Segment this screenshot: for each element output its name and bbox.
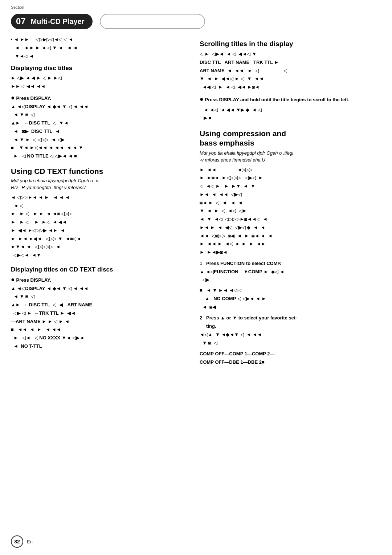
sc-4: ▼ ◄ ► ◀◄◁ ► ◁ ▼ ◄◄ bbox=[200, 75, 381, 83]
two-col-layout: • ◄ ►► ◁▷▶▷◁◄◁ ◁ ◄ ◄ ►► ► ◄ ◁ ▼ ◄ ◄ ◄ ▼◄… bbox=[11, 36, 381, 373]
compression-lines: ► ◄◄ ◄▷▷▷ ► ►◙◄ ►◁▷▷▷ ◁▶◁ ► ◁ ◄◁ ► ► ►▼ … bbox=[200, 166, 381, 257]
scrolling-titles-section: Scrolling titles in the display ◁ ► ◁▶◄ … bbox=[200, 40, 381, 122]
cp-2: ► ►◙◄ ►◁▷▷▷ ◁▶◁ ► bbox=[200, 174, 381, 182]
scrolling-after-bullet: ◄ ◄◁ ◄ ◀◄ ▼▶ ◆ ◄ ◁ ▶ ■ bbox=[200, 106, 381, 123]
cp-3: ◁ ◄◁ ► ► ►▼ ◄ ▼ bbox=[200, 182, 381, 191]
s1-e1: ■ ◄ ▼ ►◄ ◄◁ ◁ bbox=[200, 286, 381, 295]
titles-cd-lines: ● Press DISPLAY. ▲ ◄◁DISPLAY ◄ ◆◄ ▼ ◁ ◄ … bbox=[11, 276, 189, 351]
page: Section 07 Multi-CD Player • ◄ ►► ◁▷▶▷◁◄… bbox=[0, 0, 392, 555]
step1-extra: ■ ◄ ▼ ►◄ ◄◁ ◁ ▲ NO COMP ◁ ◁▶◄ ◄ ► ◄ ◙◀ bbox=[200, 286, 381, 311]
ct-8: ◁▶◁◄ ◄▼ bbox=[11, 251, 189, 260]
comp-labels: COMP OFF—COMP 1—COMP 2— COMP OFF—DBE 1—D… bbox=[200, 350, 381, 367]
section-label: Section bbox=[11, 5, 24, 9]
step1-sub: ▲ ◄◁FUNCTION ▼COMP ► ◆◁ ◄ ◁▶ bbox=[200, 268, 381, 285]
cp-9: ◄◄ ◁◙▷▷ ◙◀ ◄ ► ◙◄ ◄ ◄ bbox=[200, 232, 381, 240]
disc-line-10: ► ◁ NO TITLE ◁ ◁▶◄ ◄ ■ bbox=[11, 152, 189, 160]
s1-e3: ◄ ◙◀ bbox=[200, 303, 381, 311]
s2-2: ▼ ◙ ◁ bbox=[200, 339, 381, 347]
disc-line-9: ■ ▼◄ ►◁◄◄ ◄ ◄◄ ◄ ◄ ▼ bbox=[11, 144, 189, 152]
displaying-titles-cd-text-section: Displaying titles on CD TEXT discs ● Pre… bbox=[11, 266, 189, 351]
step2-sub: ◄◁▲ ▼ ◄◆◄▼ ◁ ◄ ◄◄ ▼ ◙ ◁ bbox=[200, 331, 381, 347]
cd-text-italic: Mdt yop tia ehaia ltpyegdpi dpfr Cgeh o … bbox=[11, 177, 189, 191]
ct-2: ◄ ◁ bbox=[11, 202, 189, 210]
tct-9: ◄ NO T-TTL bbox=[11, 342, 189, 351]
cp-5: ◙◄ ► ◁ ◄ ◄ ◄ bbox=[200, 199, 381, 207]
step1-line: 1 Press FUNCTION to select COMP. bbox=[200, 260, 381, 268]
language-label: En bbox=[27, 539, 33, 544]
sc-after-2: ▶ ■ bbox=[200, 114, 381, 122]
page-number-badge: 32 bbox=[11, 535, 23, 548]
comp-1: COMP OFF—COMP 1—COMP 2— bbox=[200, 350, 381, 358]
disc-line-4: ▲ ◄◁DISPLAY ◄ ◆◄ ▼ ◁ ◄ ◄◄ bbox=[11, 103, 189, 111]
using-cd-text-section: Using CD TEXT functions Mdt yop tia ehai… bbox=[11, 167, 189, 260]
sc-after-1: ◄ ◄◁ ◄ ◀◄ ▼▶ ◆ ◄ ◁ bbox=[200, 106, 381, 114]
intro-line-1: • ◄ ►► ◁▷▶▷◁◄◁ ◁ ◄ bbox=[11, 36, 189, 44]
left-column: • ◄ ►► ◁▷▶▷◁◄◁ ◁ ◄ ◄ ►► ► ◄ ◁ ▼ ◄ ◄ ◄ ▼◄… bbox=[11, 36, 189, 373]
using-cd-text-heading: Using CD TEXT functions bbox=[11, 167, 189, 176]
section-badge: 07 Multi-CD Player bbox=[11, 14, 93, 29]
step2-line: 2 Press ▲ or ▼ to select your favorite s… bbox=[200, 314, 381, 331]
disc-line-2: ►► ◁ ◀◄ ◄◄ bbox=[11, 82, 189, 91]
tct-7: ■ ◄◄ ◄ ► ◄ ◄◄ bbox=[11, 326, 189, 334]
s1-e2: ▲ NO COMP ◁ ◁▶◄ ◄ ► bbox=[200, 295, 381, 303]
cp-4: ►◄ ◄ ◄◄ ◁▶◁ bbox=[200, 191, 381, 199]
footer: 32 En bbox=[11, 535, 33, 548]
cp-1: ► ◄◄ ◄▷▷▷ bbox=[200, 166, 381, 174]
sc-2: DISC TTL ART NAME TRK TTL ► bbox=[200, 58, 381, 67]
cd-text-lines: ◄ ◁▷▷►◄ ◄ ► ◄ ◄ ◄ ◄ ◁ ► ► ◁ ► ► ◄ ◄◙ ◁▷▷… bbox=[11, 193, 189, 260]
disc-line-8: ◄ ▼ ► ◁ ◁▷▷ ◄ ◁▶ bbox=[11, 136, 189, 144]
intro-line-3: ▼◄◁ ◄ bbox=[11, 52, 189, 61]
compression-heading: Using compression andbass emphasis bbox=[200, 129, 381, 148]
tct-6: —ART NAME ► ► ◁ ► ◄ bbox=[11, 318, 189, 326]
cp-11: ► ►◄▶◙◄ bbox=[200, 248, 381, 257]
scrolling-titles-heading: Scrolling titles in the display bbox=[200, 40, 381, 48]
disc-press-display: ● Press DISPLAY. bbox=[11, 94, 189, 103]
disc-titles-lines: ► ◁▶ ◄ ◀ ► ◁ ► ►◁ ►► ◁ ◀◄ ◄◄ ● Press DIS… bbox=[11, 74, 189, 160]
ct-4: ► ► ◁ ► ►◁ ◄ ◀◄ bbox=[11, 218, 189, 227]
tct-4: ▲► ←DISC TTL ◁ ◀—ART NAME bbox=[11, 301, 189, 309]
cp-7: ◄ ▼ ◄◁ ◁▷▷▷►◙◄◄◁ ◄ bbox=[200, 215, 381, 224]
scrolling-bullet-block: ● Press DISPLAY and hold until the title… bbox=[200, 95, 381, 104]
sc-5: ◄◀ ◁ ► ◄ ◁ ◀◄ ►◙◄ bbox=[200, 83, 381, 91]
s1-2: ◁▶ bbox=[200, 276, 381, 284]
compression-italic: Mdt yop tia ehaia ltpyegdpi dpfr Cgeh o … bbox=[200, 150, 381, 164]
tct-3: ◄ ▼ ◙ ◁ bbox=[11, 293, 189, 301]
ct-3: ► ► ◁ ► ► ◄ ◄◙ ◁▷▷ bbox=[11, 210, 189, 218]
disc-line-1: ► ◁▶ ◄ ◀ ► ◁ ► ►◁ bbox=[11, 74, 189, 82]
header-box bbox=[100, 14, 205, 29]
ct-5: ► ◀◄ ►◁▷▷▶ ◄► ◄ bbox=[11, 227, 189, 235]
tct-1: ● Press DISPLAY. bbox=[11, 276, 189, 285]
intro-line-2: ◄ ►► ► ◄ ◁ ▼ ◄ ◄ ◄ bbox=[11, 44, 189, 52]
sc-1: ◁ ► ◁▶◄ ◄ ◁ ◀◄◁ ▼ bbox=[200, 50, 381, 58]
tct-2: ▲ ◄◁DISPLAY ◄ ◆◄ ▼ ◁ ◄ ◄◄ bbox=[11, 285, 189, 293]
cp-8: ►◄ ► ◄ ◀◁ ◁▶◁ ◆ ◄ ◄ bbox=[200, 224, 381, 232]
scrolling-lines: ◁ ► ◁▶◄ ◄ ◁ ◀◄◁ ▼ DISC TTL ART NAME TRK … bbox=[200, 50, 381, 91]
tct-8: ► ◁◄ ◁ NO XXXX ▼◄ ◁▶◄ bbox=[11, 334, 189, 342]
using-compression-section: Using compression andbass emphasis Mdt y… bbox=[200, 129, 381, 367]
s2-1: ◄◁▲ ▼ ◄◆◄▼ ◁ ◄ ◄◄ bbox=[200, 331, 381, 339]
cp-10: ► ◄◄ ► ◄◁ ◄ ► ► ◄► bbox=[200, 240, 381, 248]
ct-6: ► ►◄ ►◀◄ ◁▷▷ ▼ ◄◙◁◄ bbox=[11, 235, 189, 243]
ct-1: ◄ ◁▷▷►◄ ◄ ► ◄ ◄ ◄ bbox=[11, 193, 189, 202]
disc-line-5: ◄ ▼ ◙ ◁ bbox=[11, 111, 189, 119]
disc-line-7: ◄ ◙▶ DISC TTL ◄ bbox=[11, 127, 189, 136]
displaying-disc-titles-heading: Displaying disc titles bbox=[11, 65, 189, 72]
cp-6: ▼ ◄ ► ◁ ◄◁ ◁► bbox=[200, 207, 381, 215]
section-title: Multi-CD Player bbox=[31, 17, 85, 26]
right-column: Scrolling titles in the display ◁ ► ◁▶◄ … bbox=[200, 36, 381, 373]
displaying-disc-titles-section: Displaying disc titles ► ◁▶ ◄ ◀ ► ◁ ► ►◁… bbox=[11, 65, 189, 160]
sc-3: ART NAME ◄ ◄◄ ► ◁ ◁ bbox=[200, 67, 381, 75]
header-row: Section 07 Multi-CD Player bbox=[11, 7, 381, 29]
comp-2: COMP OFF—DBE 1—DBE 2■ bbox=[200, 358, 381, 367]
tct-5: ◁▶ ◁ ► ←TRK TTL ► ◀◄ bbox=[11, 309, 189, 318]
section-num: 07 bbox=[16, 16, 26, 26]
intro-lines: • ◄ ►► ◁▷▶▷◁◄◁ ◁ ◄ ◄ ►► ► ◄ ◁ ▼ ◄ ◄ ◄ ▼◄… bbox=[11, 36, 189, 60]
ct-7: ►▼◄ ◄ ◁▷▷▷▷ ◄ bbox=[11, 243, 189, 251]
s1-1: ▲ ◄◁FUNCTION ▼COMP ► ◆◁ ◄ bbox=[200, 268, 381, 276]
displaying-titles-cd-text-heading: Displaying titles on CD TEXT discs bbox=[11, 266, 189, 273]
disc-line-6: ▲► ←DISC TTL ◁ ▼◄ bbox=[11, 119, 189, 127]
